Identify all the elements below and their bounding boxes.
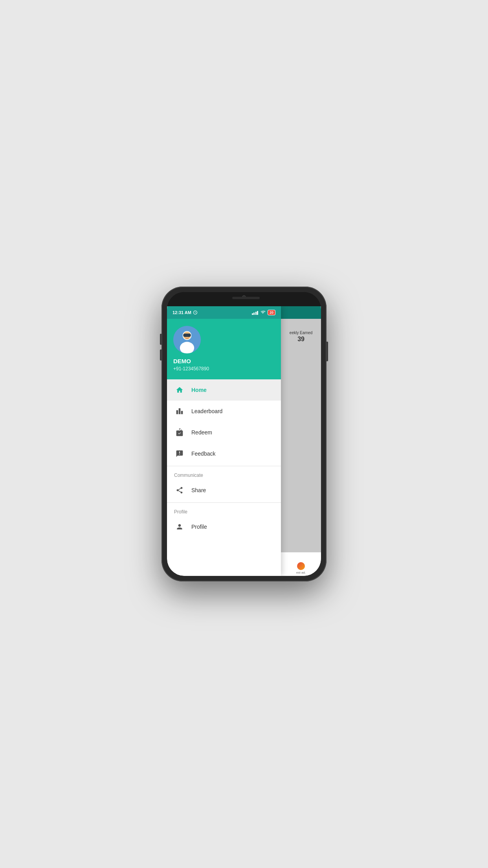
weekly-earned-value: 39 [297, 336, 305, 343]
redeem-icon [174, 427, 185, 438]
phone-inner: 12:31 AM [167, 292, 321, 576]
divider-communicate [167, 466, 281, 466]
screen-layout: 12:31 AM [167, 306, 321, 576]
profile-section-title: Profile [167, 504, 281, 516]
divider-profile [167, 502, 281, 503]
home-label: Home [191, 387, 207, 393]
status-bar: 12:31 AM [167, 306, 281, 319]
profile-icon [174, 521, 185, 532]
feedback-icon [174, 448, 185, 459]
svg-point-6 [188, 336, 189, 337]
alarm-icon [193, 310, 198, 315]
status-icons: 20 [252, 310, 276, 315]
phone-screen: 12:31 AM [167, 306, 321, 576]
navigation-drawer: 12:31 AM [167, 306, 281, 576]
battery-icon: 20 [268, 310, 275, 315]
phone-notch [167, 292, 321, 306]
signal-strength-icon [252, 310, 259, 315]
menu-item-feedback[interactable]: Feedback [167, 443, 281, 464]
leaderboard-label: Leaderboard [191, 408, 222, 414]
peek-earned-area: eekly Earned 39 [281, 319, 321, 576]
menu-item-leaderboard[interactable]: Leaderboard [167, 401, 281, 422]
share-icon [174, 485, 185, 496]
weekly-earned-label: eekly Earned [290, 331, 312, 335]
profile-header: DEMO +91-1234567890 [167, 319, 281, 379]
user-avatar [173, 326, 201, 353]
time-display: 12:31 AM [172, 310, 191, 315]
menu-item-profile[interactable]: Profile [167, 516, 281, 537]
peek-top-bar [281, 306, 321, 319]
user-name: DEMO [173, 357, 275, 365]
menu-item-home[interactable]: Home [167, 379, 281, 401]
avatar-image [173, 326, 201, 353]
phone-frame: 12:31 AM [161, 287, 327, 581]
svg-rect-4 [183, 334, 191, 337]
feedback-label: Feedback [191, 451, 215, 457]
ad-logo-icon [297, 562, 305, 570]
redeem-label: Redeem [191, 429, 212, 436]
volume-up-button[interactable] [160, 334, 161, 345]
status-time: 12:31 AM [172, 310, 198, 315]
svg-point-2 [180, 342, 194, 353]
leaderboard-icon [174, 406, 185, 417]
user-phone: +91-1234567890 [173, 366, 275, 371]
menu-item-share[interactable]: Share [167, 480, 281, 501]
volume-down-button[interactable] [160, 349, 161, 360]
wifi-icon [260, 310, 266, 315]
earpiece-speaker [232, 297, 260, 299]
power-button[interactable] [327, 342, 328, 361]
svg-point-5 [185, 336, 186, 337]
profile-label: Profile [191, 524, 207, 530]
ad-text: est ad. [296, 571, 306, 574]
home-icon [174, 384, 185, 395]
menu-item-redeem[interactable]: Redeem [167, 422, 281, 443]
menu-list: Home Leaderboard [167, 379, 281, 576]
share-label: Share [191, 487, 206, 493]
main-content-peek: eekly Earned 39 est ad. [281, 306, 321, 576]
communicate-section-title: Communicate [167, 468, 281, 480]
ad-area: est ad. [281, 552, 321, 576]
